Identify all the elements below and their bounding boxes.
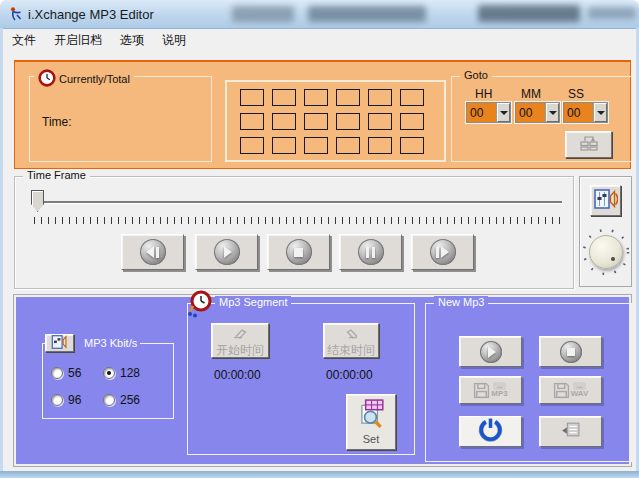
seek-slider-track[interactable] xyxy=(35,201,562,204)
display-cell xyxy=(240,137,264,154)
chevron-down-icon[interactable] xyxy=(546,103,559,122)
mm-label: MM xyxy=(521,87,541,101)
bitrate-group: MP3 Kbit/s 5612896256 xyxy=(42,343,174,419)
hh-value: 00 xyxy=(467,103,497,122)
set-button-label: Set xyxy=(363,433,380,445)
time-label: Time: xyxy=(42,115,72,129)
goto-group: Goto HH MM SS 00 00 00 xyxy=(451,76,632,162)
mp3-format-label: MP3 xyxy=(491,390,507,398)
display-cell xyxy=(368,137,392,154)
display-cell xyxy=(272,137,296,154)
set-preview-icon xyxy=(356,399,386,433)
window-border-left xyxy=(0,28,3,478)
radio-label: 96 xyxy=(68,393,81,407)
new-mp3-label: New Mp3 xyxy=(438,296,484,308)
new-stop-button[interactable] xyxy=(539,336,602,367)
audio-mixer-icon xyxy=(50,335,70,351)
mm-select[interactable]: 00 xyxy=(515,102,560,123)
menu-open-old-file[interactable]: 开启旧档 xyxy=(45,29,111,52)
display-cell xyxy=(400,113,424,130)
set-segment-button[interactable]: Set xyxy=(346,394,396,450)
bitrate-options: 5612896256 xyxy=(51,366,163,407)
new-mp3-group: New Mp3 →MP3 xyxy=(425,303,632,462)
currently-total-label: Currently/Total xyxy=(59,73,130,85)
step-back-icon xyxy=(140,239,166,265)
segment-group: Mp3 Segment 开始时间 结束时间 00:00:00 00:00 xyxy=(187,303,415,455)
display-cell xyxy=(368,89,392,106)
marker-icon xyxy=(343,325,359,343)
goto-jump-icon xyxy=(579,134,599,155)
radio-icon[interactable] xyxy=(103,367,115,379)
bitrate-option-56[interactable]: 56 xyxy=(51,366,103,380)
step-forward-button[interactable] xyxy=(411,234,474,270)
play-button[interactable] xyxy=(195,234,258,270)
end-time-label: 结束时间 xyxy=(327,344,375,356)
display-cell xyxy=(304,113,328,130)
display-cell xyxy=(304,137,328,154)
display-cell xyxy=(272,89,296,106)
stop-icon xyxy=(286,239,312,265)
display-cell xyxy=(240,89,264,106)
bitrate-option-96[interactable]: 96 xyxy=(51,393,103,407)
tag-list-button[interactable] xyxy=(539,416,602,447)
hh-label: HH xyxy=(475,87,492,101)
save-as-mp3-button[interactable]: →MP3 xyxy=(459,376,522,404)
play-icon xyxy=(480,341,502,363)
wav-format-label: WAV xyxy=(571,390,589,398)
goto-label: Goto xyxy=(464,69,488,81)
goto-jump-button[interactable] xyxy=(565,131,612,158)
chevron-down-icon[interactable] xyxy=(594,103,607,122)
power-button[interactable] xyxy=(459,416,522,447)
save-mp3-icon: →MP3 xyxy=(473,382,507,399)
bitrate-label: MP3 Kbit/s xyxy=(81,337,140,349)
step-forward-icon xyxy=(430,239,456,265)
app-icon xyxy=(8,6,24,26)
pause-button[interactable] xyxy=(339,234,402,270)
seek-slider-thumb[interactable] xyxy=(31,190,44,212)
hh-select[interactable]: 00 xyxy=(466,102,511,123)
playback-info-panel: Currently/Total Time: Goto HH MM SS 00 0… xyxy=(14,60,631,169)
background-window-glass-shape xyxy=(588,7,636,19)
bitrate-option-128[interactable]: 128 xyxy=(103,366,163,380)
chevron-down-icon[interactable] xyxy=(497,103,510,122)
step-back-button[interactable] xyxy=(121,234,184,270)
display-grid xyxy=(240,89,431,154)
display-cell xyxy=(336,113,360,130)
display-cell xyxy=(304,89,328,106)
segment-end-time: 00:00:00 xyxy=(326,368,373,382)
bitrate-option-256[interactable]: 256 xyxy=(103,393,163,407)
segment-label: Mp3 Segment xyxy=(219,296,287,308)
display-cell xyxy=(272,113,296,130)
volume-panel xyxy=(579,176,632,287)
stop-icon xyxy=(560,341,582,363)
menu-bar: 文件 开启旧档 选项 说明 xyxy=(3,29,636,52)
bitrate-mixer-button[interactable] xyxy=(45,334,74,352)
mm-value: 00 xyxy=(516,103,546,122)
menu-help[interactable]: 说明 xyxy=(153,29,195,52)
end-time-button[interactable]: 结束时间 xyxy=(323,323,379,358)
ss-value: 00 xyxy=(564,103,594,122)
window-border-bottom xyxy=(0,471,639,478)
time-frame-label: Time Frame xyxy=(27,169,86,181)
marker-icon xyxy=(232,325,248,343)
radio-icon[interactable] xyxy=(103,394,115,406)
stop-button[interactable] xyxy=(267,234,330,270)
start-time-button[interactable]: 开始时间 xyxy=(211,323,269,358)
radio-icon[interactable] xyxy=(51,394,63,406)
play-icon xyxy=(214,239,240,265)
slider-tick-marks xyxy=(34,217,563,224)
ss-select[interactable]: 00 xyxy=(563,102,608,123)
ss-label: SS xyxy=(568,87,584,101)
audio-mixer-button[interactable] xyxy=(590,185,621,216)
radio-label: 56 xyxy=(68,366,81,380)
app-window: i.Xchange MP3 Editor 文件 开启旧档 选项 说明 Curre… xyxy=(0,0,639,478)
new-play-button[interactable] xyxy=(459,336,522,367)
menu-file[interactable]: 文件 xyxy=(3,29,45,52)
save-as-wav-button[interactable]: →WAV xyxy=(539,376,602,404)
volume-knob[interactable] xyxy=(589,235,623,269)
title-bar[interactable]: i.Xchange MP3 Editor xyxy=(0,0,639,29)
display-cell xyxy=(400,89,424,106)
mp3-tools-panel: MP3 Kbit/s 5612896256 Mp3 Segment xyxy=(14,295,631,466)
menu-options[interactable]: 选项 xyxy=(111,29,153,52)
radio-icon[interactable] xyxy=(51,367,63,379)
